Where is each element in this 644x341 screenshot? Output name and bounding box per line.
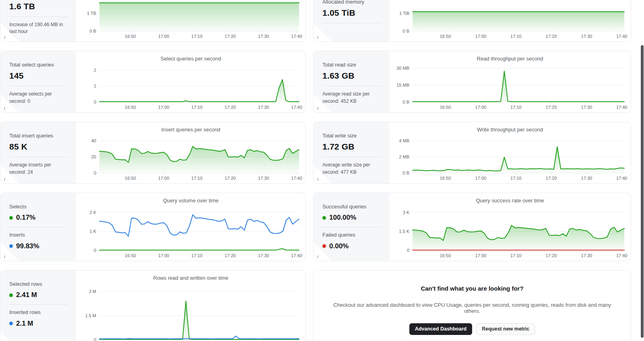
info-icon[interactable]: i: [4, 106, 5, 110]
card-query-volume: Selects 0.17% Inserts 99.83% i Query vol…: [0, 193, 306, 261]
card-read-size: Total read size 1.63 GB Average read siz…: [313, 51, 631, 113]
stat-panel: Allocated memory 1.05 TiB i: [314, 0, 389, 42]
line-chart: 30 MB15 MB0 B16:5017:0017:1017:2017:3017…: [389, 62, 631, 112]
chart-title: Insert queries per second: [76, 122, 305, 133]
line-chart: 3 K1.5 K016:5017:0017:1017:2017:3017:40: [389, 204, 631, 261]
corner-fold: [314, 94, 332, 112]
svg-text:1 K: 1 K: [89, 229, 96, 234]
stat-panel: Selects 0.17% Inserts 99.83% i: [0, 193, 76, 261]
svg-text:17:20: 17:20: [225, 253, 236, 258]
svg-text:17:30: 17:30: [581, 105, 592, 110]
svg-text:17:30: 17:30: [258, 176, 269, 181]
divider: [322, 227, 381, 227]
chart-area: Rows read and written over time 3 M1.5 M…: [76, 270, 305, 341]
svg-text:17:30: 17:30: [581, 176, 592, 181]
line-chart: 1 TB0 B16:5017:0017:1017:2017:3017:40: [76, 0, 305, 42]
corner-fold: [314, 242, 332, 261]
cta-body: Checkout our advanced dashboard to view …: [330, 302, 615, 314]
svg-text:16:50: 16:50: [125, 105, 136, 110]
svg-text:1 TB: 1 TB: [87, 11, 96, 16]
cta-buttons: Advanced Dashboard Request new metric: [330, 323, 615, 335]
info-icon[interactable]: i: [317, 35, 318, 40]
info-icon[interactable]: i: [317, 254, 318, 259]
stat-label: Successful queries: [322, 204, 382, 210]
svg-text:4 MB: 4 MB: [399, 138, 409, 143]
svg-text:17:10: 17:10: [510, 34, 522, 39]
info-icon[interactable]: i: [4, 254, 5, 259]
dashboard-grid: 1.6 TB Increase of 190.46 MB in last hou…: [0, 0, 631, 341]
svg-text:1.5 K: 1.5 K: [399, 229, 409, 234]
stat-value: 1.6 TB: [9, 2, 69, 11]
svg-text:17:40: 17:40: [616, 34, 627, 39]
divider: [9, 17, 68, 17]
svg-text:16:50: 16:50: [125, 176, 136, 181]
svg-text:17:00: 17:00: [475, 105, 487, 110]
line-chart: 4020016:5017:0017:1017:2017:3017:40: [76, 133, 305, 183]
divider: [9, 157, 68, 157]
svg-text:17:40: 17:40: [291, 176, 302, 181]
stat-label: Total read size: [322, 62, 382, 68]
stat-value: 100.00%: [329, 214, 356, 222]
card-rows-read-written: Selected rows 2.41 M Inserted rows 2.1 M…: [0, 270, 306, 341]
svg-text:3 K: 3 K: [402, 210, 409, 215]
svg-text:17:00: 17:00: [158, 105, 169, 110]
advanced-dashboard-button[interactable]: Advanced Dashboard: [409, 323, 473, 335]
svg-text:40: 40: [91, 138, 96, 143]
svg-text:17:40: 17:40: [291, 253, 302, 258]
svg-text:16:50: 16:50: [125, 253, 136, 258]
info-icon[interactable]: i: [317, 106, 318, 110]
stat-panel: Selected rows 2.41 M Inserted rows 2.1 M…: [0, 270, 76, 341]
svg-text:17:00: 17:00: [158, 34, 169, 39]
svg-text:17:00: 17:00: [475, 253, 487, 258]
chart-title: Query success rate over time: [389, 193, 631, 204]
chart-area: Query success rate over time 3 K1.5 K016…: [389, 193, 631, 261]
line-chart: 3 M1.5 M016:5017:0017:1017:2017:3017:40: [76, 282, 305, 341]
line-chart: 4 MB2 MB0 B16:5017:0017:1017:2017:3017:4…: [389, 133, 631, 183]
chart-area: Write throughput per second 4 MB2 MB0 B1…: [389, 122, 631, 183]
svg-text:17:20: 17:20: [546, 253, 557, 258]
stat-value: 2.1 M: [16, 320, 33, 328]
svg-text:17:20: 17:20: [225, 105, 236, 110]
svg-text:15 MB: 15 MB: [396, 83, 409, 87]
corner-fold: [0, 332, 19, 341]
stat-panel: 1.6 TB Increase of 190.46 MB in last hou…: [0, 0, 76, 42]
chart-title: Select queries per second: [76, 51, 305, 62]
svg-text:0: 0: [94, 170, 96, 175]
svg-text:2 MB: 2 MB: [399, 154, 409, 159]
chart-area: Insert queries per second 4020016:5017:0…: [76, 122, 305, 183]
cta-heading: Can't find what you are looking for?: [330, 285, 615, 292]
svg-text:20: 20: [91, 154, 96, 159]
stat-row: 2.41 M: [9, 291, 69, 299]
svg-text:17:20: 17:20: [546, 105, 557, 110]
stat-value: 2.41 M: [16, 291, 37, 299]
svg-text:3 M: 3 M: [89, 289, 96, 294]
info-icon[interactable]: i: [4, 35, 5, 40]
svg-text:17:10: 17:10: [510, 176, 522, 181]
request-new-metric-button[interactable]: Request new metric: [476, 323, 535, 335]
line-chart: 2 K1 K016:5017:0017:1017:2017:3017:40: [76, 204, 305, 261]
corner-fold: [314, 165, 332, 183]
svg-text:17:40: 17:40: [291, 34, 302, 39]
divider: [9, 86, 68, 86]
stat-value: 145: [9, 71, 69, 81]
svg-text:1 TiB: 1 TiB: [399, 11, 409, 16]
line-chart: 1 TiB0 B16:5017:0017:1017:2017:3017:40: [389, 0, 631, 42]
chart-title: Rows read and written over time: [76, 270, 305, 282]
svg-text:17:00: 17:00: [475, 176, 487, 181]
svg-text:0: 0: [407, 248, 409, 253]
scrollbar-thumb[interactable]: [641, 45, 644, 338]
svg-text:17:10: 17:10: [191, 176, 202, 181]
card-allocated-memory: Allocated memory 1.05 TiB i 1 TiB0 B16:5…: [313, 0, 631, 42]
svg-text:0: 0: [94, 337, 96, 341]
info-icon[interactable]: i: [317, 177, 318, 181]
svg-text:16:50: 16:50: [440, 176, 451, 181]
info-icon[interactable]: i: [4, 177, 5, 181]
svg-text:2: 2: [94, 68, 96, 73]
svg-text:17:10: 17:10: [191, 253, 202, 258]
card-write-size: Total write size 1.72 GB Average write s…: [313, 122, 631, 184]
svg-text:16:50: 16:50: [440, 105, 451, 110]
cta-card: Can't find what you are looking for? Che…: [313, 270, 631, 341]
card-disk-size: 1.6 TB Increase of 190.46 MB in last hou…: [0, 0, 306, 42]
svg-text:16:50: 16:50: [440, 253, 451, 258]
svg-text:17:00: 17:00: [158, 176, 169, 181]
